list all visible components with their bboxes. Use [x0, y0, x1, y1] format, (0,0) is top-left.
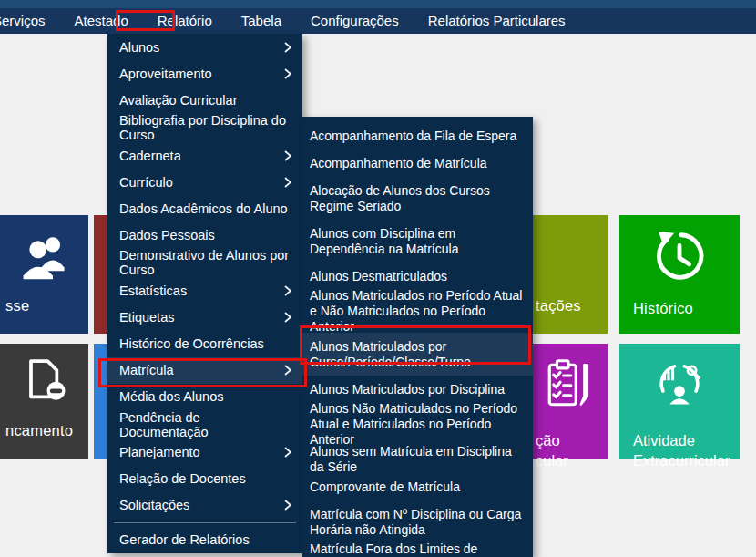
- menubar-item-relatorios-particulares[interactable]: Relatórios Particulares: [421, 8, 573, 34]
- tile-avaliacao-label-line2: cular: [536, 450, 568, 470]
- menu-item-matricula[interactable]: Matrícula: [107, 357, 302, 384]
- menu-item-dados-academicos[interactable]: Dados Acadêmicos do Aluno: [107, 195, 302, 222]
- tile-classe[interactable]: sse: [0, 215, 88, 334]
- chevron-right-icon: [284, 285, 291, 296]
- checklist-pen-icon: [543, 358, 596, 415]
- people-icon: [18, 232, 71, 284]
- tile-cancelamento-label: ncamento: [5, 422, 73, 439]
- relatorio-menu: Alunos Aproveitamento Avaliação Curricul…: [107, 34, 302, 553]
- submenu-item-fora-limites-creditacao[interactable]: Matrícula Fora dos Limites de Creditação: [302, 543, 533, 557]
- submenu-item-disciplina-dependencia[interactable]: Alunos com Disciplina em Dependência na …: [302, 220, 533, 263]
- tile-fragment-red[interactable]: [94, 215, 107, 334]
- app-window: Serviços Atestado Relatório Tabela Confi…: [0, 0, 756, 557]
- menubar-item-configuracoes[interactable]: Configurações: [303, 8, 406, 34]
- menu-item-avaliacao-curricular[interactable]: Avaliação Curricular: [107, 87, 302, 113]
- tile-avaliacao-curricular[interactable]: ção cular: [533, 344, 608, 459]
- tile-classe-label: sse: [5, 297, 29, 315]
- chevron-right-icon: [284, 177, 291, 188]
- menu-item-alunos[interactable]: Alunos: [107, 34, 302, 60]
- submenu-item-matriculados-curso-periodo-classe-turno[interactable]: Alunos Matriculados por Curso/Período/Cl…: [302, 333, 533, 376]
- menu-item-curriculo[interactable]: Currículo: [107, 169, 302, 195]
- submenu-item-matriculados-disciplina[interactable]: Alunos Matriculados por Disciplina: [302, 376, 533, 403]
- menu-item-demonstrativo[interactable]: Demonstrativo de Alunos por Curso: [107, 248, 302, 277]
- submenu-item-sem-matricula-serie[interactable]: Alunos sem Matrícula em Disciplina da Sé…: [302, 446, 533, 473]
- menubar-item-atestado[interactable]: Atestado: [67, 8, 136, 34]
- history-icon: [651, 228, 708, 288]
- menu-item-relacao-docentes[interactable]: Relação de Docentes: [107, 466, 302, 492]
- submenu-item-nao-matriculados-atual[interactable]: Alunos Não Matriculados no Período Atual…: [302, 403, 533, 446]
- tile-solicitacoes-label: tações: [536, 297, 581, 315]
- document-minus-icon: [20, 357, 69, 407]
- tile-atividade-extracurricular[interactable]: Atividade Extracurricular: [619, 344, 740, 459]
- chevron-right-icon: [284, 312, 291, 323]
- tile-fragment-blue[interactable]: [94, 344, 107, 459]
- window-title-strip: [0, 0, 756, 8]
- matricula-submenu: Acompanhamento da Fila de Espera Acompan…: [302, 117, 533, 557]
- menu-item-media-alunos[interactable]: Média dos Alunos: [107, 384, 302, 410]
- menubar-item-relatorio[interactable]: Relatório: [150, 8, 220, 34]
- tile-cancelamento[interactable]: ncamento: [0, 344, 88, 459]
- menu-item-historico-ocorrencias[interactable]: Histórico de Ocorrências: [107, 331, 302, 357]
- menu-item-caderneta[interactable]: Caderneta: [107, 142, 302, 169]
- chevron-right-icon: [284, 500, 291, 511]
- menubar: Serviços Atestado Relatório Tabela Confi…: [0, 8, 756, 34]
- submenu-item-carga-horaria-nao-atingida[interactable]: Matrícula com Nº Disciplina ou Carga Hor…: [302, 500, 533, 543]
- menu-item-etiquetas[interactable]: Etiquetas: [107, 304, 302, 331]
- menu-item-solicitacoes[interactable]: Solicitações: [107, 492, 302, 519]
- extracurricular-icon: [653, 356, 706, 413]
- menu-separator: [114, 522, 296, 523]
- chevron-right-icon: [284, 365, 291, 376]
- tile-avaliacao-label-line1: ção: [536, 430, 560, 450]
- submenu-item-comprovante[interactable]: Comprovante de Matrícula: [302, 473, 533, 500]
- chevron-right-icon: [284, 150, 291, 161]
- menubar-item-servicos[interactable]: Serviços: [0, 8, 53, 34]
- submenu-item-fila-espera[interactable]: Acompanhamento da Fila de Espera: [302, 122, 533, 150]
- tile-historico-label: Histórico: [633, 300, 693, 317]
- submenu-item-alocacao-regime-seriado[interactable]: Alocação de Alunos dos Cursos Regime Ser…: [302, 177, 533, 220]
- chevron-right-icon: [284, 68, 291, 79]
- menu-item-aproveitamento[interactable]: Aproveitamento: [107, 60, 302, 87]
- submenu-item-desmatriculados[interactable]: Alunos Desmatriculados: [302, 263, 533, 290]
- menu-item-gerador-relatorios[interactable]: Gerador de Relatórios: [107, 527, 302, 553]
- chevron-right-icon: [284, 447, 291, 458]
- menu-item-bibliografia[interactable]: Bibliografia por Disciplina do Curso: [107, 113, 302, 142]
- tile-atividade-label-line1: Atividade: [633, 430, 695, 450]
- tile-solicitacoes[interactable]: tações: [533, 215, 608, 334]
- menu-item-planejamento[interactable]: Planejamento: [107, 439, 302, 466]
- tile-historico[interactable]: Histórico: [619, 215, 740, 334]
- menu-item-pendencia[interactable]: Pendência de Documentação: [107, 410, 302, 439]
- submenu-item-acompanhamento-matricula[interactable]: Acompanhamento de Matrícula: [302, 150, 533, 177]
- menu-item-estatisticas[interactable]: Estatísticas: [107, 277, 302, 304]
- submenu-item-matriculados-atual-nao-anterior[interactable]: Alunos Matriculados no Período Atual e N…: [302, 290, 533, 333]
- menubar-item-tabela[interactable]: Tabela: [234, 8, 289, 34]
- tile-atividade-label-line2: Extracurricular: [633, 450, 730, 470]
- menu-item-dados-pessoais[interactable]: Dados Pessoais: [107, 222, 302, 248]
- chevron-right-icon: [284, 42, 291, 53]
